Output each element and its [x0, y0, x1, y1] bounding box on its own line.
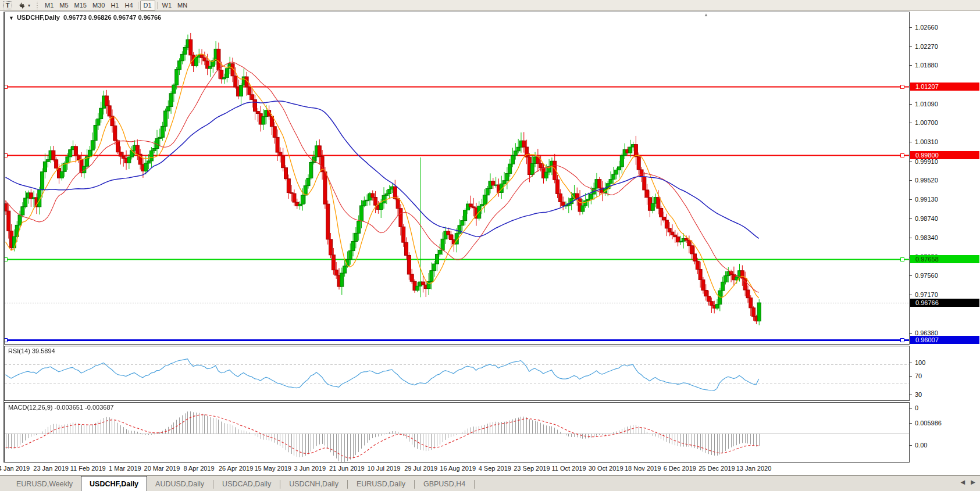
- chart-tab-eurusd-weekly[interactable]: EURUSD,Weekly: [8, 477, 81, 491]
- tick-mark: [910, 363, 912, 363]
- price-axis-tick: 1.01090: [910, 101, 938, 107]
- macd-canvas[interactable]: [5, 403, 909, 462]
- date-axis-label: 10 Jul 2019: [368, 465, 401, 472]
- date-axis[interactable]: 4 Jan 201923 Jan 201911 Feb 20191 Mar 20…: [0, 463, 980, 475]
- price-level-badge: 0.97658: [910, 255, 979, 263]
- price-axis-tick: 1.02270: [910, 43, 938, 50]
- chart-ohlc-values: 0.96773 0.96826 0.96747 0.96766: [63, 14, 161, 21]
- date-axis-label: 4 Jan 2019: [0, 465, 30, 472]
- tick-label: 1.01880: [915, 62, 938, 69]
- chart-symbol-label: USDCHF,Daily: [17, 14, 60, 21]
- timeframe-buttons: M1M5M15M30H1H4D1W1MN: [42, 1, 190, 10]
- date-axis-label: 11 Feb 2019: [70, 465, 106, 472]
- price-chart-canvas[interactable]: [5, 12, 909, 344]
- tick-mark: [910, 46, 912, 47]
- price-axis-tick: 1.00700: [910, 119, 938, 126]
- price-level-badge: 1.01207: [910, 83, 979, 91]
- tick-mark: [910, 275, 912, 276]
- tab-separator: [280, 480, 280, 489]
- chart-shift-marker-icon[interactable]: ▲: [704, 12, 708, 17]
- chevron-down-icon: ▾: [28, 3, 30, 8]
- tick-label: 0.00: [915, 442, 927, 449]
- timeframe-button-m5[interactable]: M5: [56, 1, 71, 10]
- date-axis-label: 1 Mar 2019: [109, 465, 141, 472]
- tab-separator: [474, 480, 475, 489]
- tab-separator: [213, 480, 213, 489]
- rsi-axis-tick: 100: [910, 359, 925, 366]
- date-axis-label: 20 Mar 2019: [144, 465, 180, 472]
- tick-label: 0.005986: [915, 420, 942, 427]
- rsi-axis-tick: 30: [910, 391, 922, 398]
- tick-mark: [910, 142, 912, 142]
- timeframe-button-d1[interactable]: D1: [140, 1, 155, 10]
- timeframe-button-mn[interactable]: MN: [174, 1, 190, 10]
- timeframe-button-m1[interactable]: M1: [42, 1, 56, 10]
- tick-mark: [910, 27, 912, 28]
- timeframe-button-m15[interactable]: M15: [72, 1, 90, 10]
- chart-tab-audusd-daily[interactable]: AUDUSD,Daily: [147, 477, 212, 491]
- tick-label: 0.99520: [915, 177, 938, 184]
- tab-scroll-left-icon[interactable]: ◀: [961, 479, 965, 485]
- text-tool-icon: T: [3, 1, 12, 9]
- chart-tab-usdcad-daily[interactable]: USDCAD,Daily: [214, 477, 279, 491]
- timeframe-button-h4[interactable]: H4: [122, 1, 136, 10]
- chart-tab-usdchf-daily[interactable]: USDCHF,Daily: [81, 476, 147, 491]
- tick-mark: [910, 180, 912, 181]
- rsi-axis-tick: 0: [910, 404, 918, 411]
- date-axis-label: 23 Jan 2019: [33, 465, 69, 472]
- chart-tab-eurusd-daily[interactable]: EURUSD,Daily: [348, 477, 414, 491]
- date-axis-label: 13 Jan 2020: [736, 465, 772, 472]
- tick-mark: [910, 218, 912, 219]
- tick-mark: [910, 123, 912, 123]
- collapse-indicator-icon[interactable]: ▼: [9, 15, 14, 21]
- rsi-label: RSI(14) 39.5894: [8, 347, 55, 354]
- tick-label: 30: [915, 391, 922, 398]
- rsi-canvas[interactable]: [5, 346, 909, 400]
- macd-label: MACD(12,26,9) -0.003651 -0.003687: [8, 404, 114, 411]
- price-axis-tick: 1.00310: [910, 138, 938, 145]
- tick-mark: [910, 104, 912, 105]
- price-axis-tick: 0.98340: [910, 234, 938, 241]
- price-level-badge: 0.99800: [910, 151, 979, 159]
- chart-frame-left-border: [3, 12, 3, 463]
- tick-label: 0.97560: [915, 272, 938, 279]
- price-axis-tick: 0.99130: [910, 196, 938, 203]
- price-axis-tick: 1.02660: [910, 24, 938, 31]
- rsi-indicator-panel[interactable]: RSI(14) 39.5894: [4, 346, 910, 401]
- value-axis-column[interactable]: 1.026601.022701.018801.014801.010901.007…: [910, 12, 980, 463]
- tick-label: 0.99130: [915, 196, 938, 203]
- date-axis-label: 23 Sep 2019: [514, 465, 550, 472]
- chart-tab-gbpusd-h4[interactable]: GBPUSD,H4: [415, 477, 473, 491]
- price-axis-tick: 0.97170: [910, 291, 938, 298]
- toolbar-grip[interactable]: [35, 2, 40, 9]
- text-tool-button[interactable]: T: [0, 1, 15, 10]
- chart-tab-bar: EURUSD,WeeklyUSDCHF,DailyAUDUSD,DailyUSD…: [0, 475, 980, 491]
- date-axis-label: 4 Sep 2019: [479, 465, 511, 472]
- tick-label: 0.98340: [915, 234, 938, 241]
- tick-mark: [910, 445, 912, 446]
- price-chart-panel[interactable]: ▼USDCHF,Daily 0.96773 0.96826 0.96747 0.…: [4, 12, 910, 345]
- tick-label: 1.01090: [915, 101, 938, 107]
- date-axis-label: 6 Dec 2019: [664, 465, 696, 472]
- tick-label: 1.00700: [915, 119, 938, 126]
- tab-scroll-right-icon[interactable]: ▶: [971, 479, 975, 485]
- tick-label: 100: [915, 359, 925, 366]
- timeframe-button-m30[interactable]: M30: [90, 1, 108, 10]
- timeframe-button-w1[interactable]: W1: [159, 1, 175, 10]
- arrange-windows-button[interactable]: ▾: [15, 1, 33, 10]
- tick-mark: [910, 162, 912, 162]
- date-axis-label: 16 Aug 2019: [440, 465, 476, 472]
- date-axis-label: 8 Apr 2019: [183, 465, 214, 472]
- tick-mark: [910, 199, 912, 200]
- timeframe-button-h1[interactable]: H1: [108, 1, 122, 10]
- tick-mark: [910, 395, 912, 395]
- tick-label: 1.00310: [915, 138, 938, 145]
- chart-tab-usdcnh-daily[interactable]: USDCNH,Daily: [281, 477, 347, 491]
- date-axis-label: 3 Jun 2019: [294, 465, 326, 472]
- tick-label: 1.02660: [915, 24, 938, 31]
- macd-indicator-panel[interactable]: MACD(12,26,9) -0.003651 -0.003687: [4, 402, 910, 463]
- cascade-arrows-icon: [18, 2, 26, 9]
- tab-scroll-nav: ◀ ▶: [961, 479, 975, 485]
- tick-mark: [910, 65, 912, 66]
- date-axis-label: 30 Oct 2019: [589, 465, 623, 472]
